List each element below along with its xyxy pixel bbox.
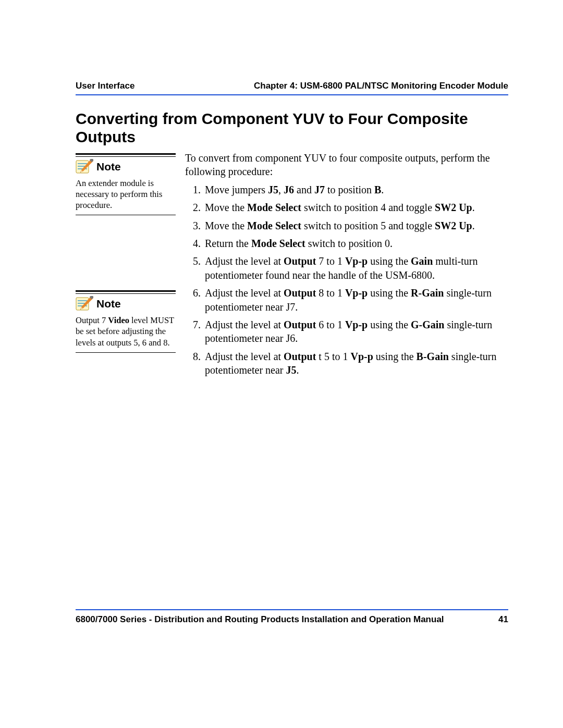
footer-left: 6800/7000 Series - Distribution and Rout… (76, 614, 444, 625)
list-item: Move jumpers J5, J6 and J7 to position B… (204, 183, 508, 196)
list-item: Adjust the level at Output t 5 to 1 Vp-p… (204, 350, 508, 377)
intro-paragraph: To convert from component YUV to four co… (185, 151, 508, 179)
margin-column: Note An extender module is necessary to … (76, 151, 185, 364)
page: User Interface Chapter 4: USM-6800 PAL/N… (0, 0, 563, 728)
list-item: Move the Mode Select switch to position … (204, 219, 508, 232)
list-item: Adjust the level at Output 8 to 1 Vp-p u… (204, 286, 508, 314)
running-footer: 6800/7000 Series - Distribution and Rout… (76, 609, 508, 625)
note-rule-heavy: Note (76, 290, 176, 312)
note-rule-heavy: Note (76, 153, 176, 175)
list-item: Move the Mode Select switch to position … (204, 201, 508, 214)
list-item: Return the Mode Select switch to positio… (204, 237, 508, 250)
note-spacer (76, 227, 176, 288)
page-number: 41 (498, 614, 508, 625)
running-header: User Interface Chapter 4: USM-6800 PAL/N… (76, 81, 508, 95)
note-header: Note (76, 156, 176, 175)
list-item: Adjust the level at Output 7 to 1 Vp-p u… (204, 254, 508, 282)
note-text: Output 7 Video level MUST be set before … (76, 315, 176, 352)
note-label: Note (96, 161, 121, 173)
note-block: Note An extender module is necessary to … (76, 153, 176, 215)
note-pencil-icon (76, 159, 93, 175)
note-block: Note Output 7 Video level MUST be set be… (76, 290, 176, 352)
header-right: Chapter 4: USM-6800 PAL/NTSC Monitoring … (254, 81, 508, 91)
section-title: Converting from Component YUV to Four Co… (76, 110, 508, 146)
note-text: An extender module is necessary to perfo… (76, 178, 176, 215)
list-item: Adjust the level at Output 6 to 1 Vp-p u… (204, 318, 508, 346)
procedure-list: Move jumpers J5, J6 and J7 to position B… (185, 183, 508, 377)
note-pencil-icon (76, 296, 93, 312)
note-header: Note (76, 293, 176, 312)
main-column: To convert from component YUV to four co… (185, 151, 508, 381)
body-columns: Note An extender module is necessary to … (76, 151, 508, 381)
note-label: Note (96, 298, 121, 310)
header-left: User Interface (76, 81, 134, 91)
